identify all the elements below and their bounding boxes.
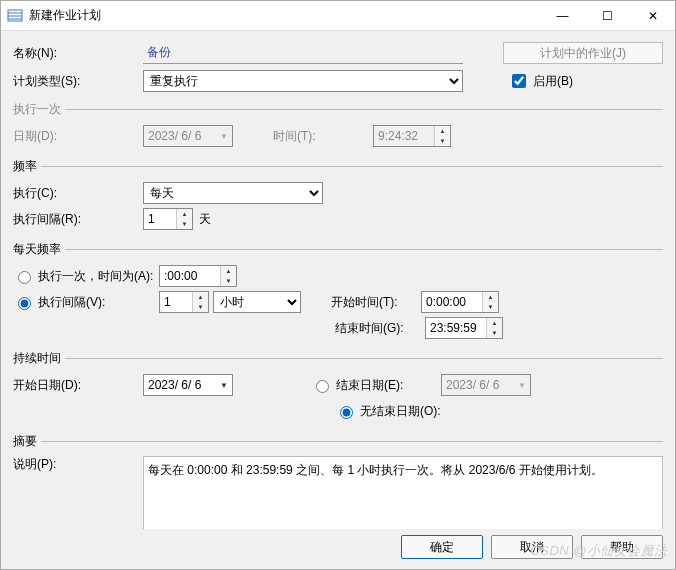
- spin-down-icon: ▼: [435, 136, 450, 146]
- spin-down-icon[interactable]: ▼: [221, 276, 236, 286]
- enable-input[interactable]: [512, 74, 526, 88]
- freq-group: 频率 执行(C): 每天 执行间隔(R): ▲▼ 天: [13, 158, 663, 233]
- duration-group: 持续时间 开始日期(D): ▼ 结束日期(E): ▼: [13, 350, 663, 425]
- summary-legend: 摘要: [13, 433, 41, 450]
- titlebar: 新建作业计划 — ☐ ✕: [1, 1, 675, 31]
- daily-end-spinner[interactable]: ▲▼: [425, 317, 503, 339]
- plan-type-label: 计划类型(S):: [13, 73, 143, 90]
- chevron-down-icon[interactable]: ▼: [216, 375, 232, 395]
- content-area: 名称(N): 计划中的作业(J) 计划类型(S): 重复执行 启用(B) 执行一…: [1, 31, 675, 529]
- dialog-window: 新建作业计划 — ☐ ✕ 名称(N): 计划中的作业(J) 计划类型(S): 重…: [0, 0, 676, 570]
- jobs-button[interactable]: 计划中的作业(J): [503, 42, 663, 64]
- daily-start-spinner[interactable]: ▲▼: [421, 291, 499, 313]
- minimize-button[interactable]: —: [540, 1, 585, 31]
- once-date-picker: ▼: [143, 125, 233, 147]
- button-bar: 确定 取消 帮助: [1, 529, 675, 569]
- once-date-label: 日期(D):: [13, 128, 143, 145]
- app-icon: [7, 8, 23, 24]
- once-group: 执行一次 日期(D): ▼ 时间(T): ▲▼: [13, 101, 663, 150]
- once-legend: 执行一次: [13, 101, 65, 118]
- once-time-spinner: ▲▼: [373, 125, 451, 147]
- desc-label: 说明(P):: [13, 456, 143, 473]
- exec-label: 执行(C):: [13, 185, 143, 202]
- spin-down-icon[interactable]: ▼: [483, 302, 498, 312]
- chevron-down-icon: ▼: [514, 375, 530, 395]
- spin-up-icon[interactable]: ▲: [483, 292, 498, 302]
- close-button[interactable]: ✕: [630, 1, 675, 31]
- spin-down-icon[interactable]: ▼: [193, 302, 208, 312]
- summary-group: 摘要 说明(P): 每天在 0:00:00 和 23:59:59 之间、每 1 …: [13, 433, 663, 529]
- dur-end-picker: ▼: [441, 374, 531, 396]
- dur-start-label: 开始日期(D):: [13, 377, 143, 394]
- freq-interval-spinner[interactable]: ▲▼: [143, 208, 193, 230]
- once-time-label: 时间(T):: [273, 128, 343, 145]
- daily-once-time[interactable]: ▲▼: [159, 265, 237, 287]
- daily-legend: 每天频率: [13, 241, 65, 258]
- enable-label: 启用(B): [533, 73, 573, 90]
- spin-down-icon[interactable]: ▼: [177, 219, 192, 229]
- spin-up-icon[interactable]: ▲: [221, 266, 236, 276]
- maximize-button[interactable]: ☐: [585, 1, 630, 31]
- no-end-date-radio[interactable]: 无结束日期(O):: [335, 403, 465, 420]
- ok-button[interactable]: 确定: [401, 535, 483, 559]
- spin-up-icon: ▲: [435, 126, 450, 136]
- daily-once-radio[interactable]: 执行一次，时间为(A):: [13, 268, 159, 285]
- window-title: 新建作业计划: [29, 7, 540, 24]
- dur-start-picker[interactable]: ▼: [143, 374, 233, 396]
- freq-legend: 频率: [13, 158, 41, 175]
- daily-start-label: 开始时间(T):: [331, 294, 421, 311]
- daily-group: 每天频率 执行一次，时间为(A): ▲▼ 执行间隔(V): ▲▼: [13, 241, 663, 342]
- daily-interval-spinner[interactable]: ▲▼: [159, 291, 209, 313]
- help-button[interactable]: 帮助: [581, 535, 663, 559]
- enable-checkbox[interactable]: 启用(B): [508, 71, 573, 91]
- spin-up-icon[interactable]: ▲: [487, 318, 502, 328]
- daily-end-label: 结束时间(G):: [335, 320, 425, 337]
- freq-interval-label: 执行间隔(R):: [13, 211, 143, 228]
- daily-interval-radio[interactable]: 执行间隔(V):: [13, 294, 159, 311]
- spin-up-icon[interactable]: ▲: [193, 292, 208, 302]
- freq-interval-unit: 天: [199, 211, 211, 228]
- duration-legend: 持续时间: [13, 350, 65, 367]
- name-label: 名称(N):: [13, 45, 143, 62]
- cancel-button[interactable]: 取消: [491, 535, 573, 559]
- end-date-radio[interactable]: 结束日期(E):: [311, 377, 441, 394]
- daily-interval-unit[interactable]: 小时: [213, 291, 301, 313]
- plan-type-select[interactable]: 重复执行: [143, 70, 463, 92]
- name-input[interactable]: [143, 42, 463, 64]
- spin-up-icon[interactable]: ▲: [177, 209, 192, 219]
- exec-select[interactable]: 每天: [143, 182, 323, 204]
- desc-text: 每天在 0:00:00 和 23:59:59 之间、每 1 小时执行一次。将从 …: [143, 456, 663, 529]
- spin-down-icon[interactable]: ▼: [487, 328, 502, 338]
- chevron-down-icon: ▼: [216, 126, 232, 146]
